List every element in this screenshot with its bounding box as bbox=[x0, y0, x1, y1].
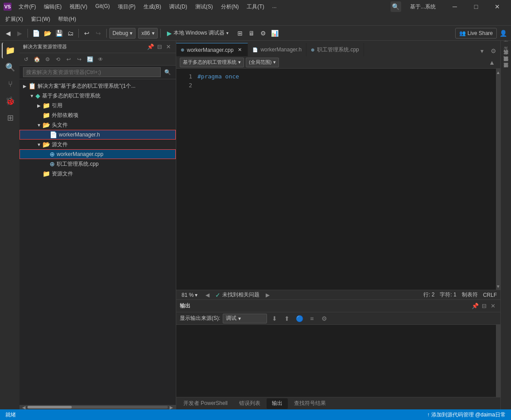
tab-output[interactable]: 输出 bbox=[267, 398, 288, 409]
back-btn[interactable]: ◀ bbox=[3, 28, 13, 39]
project-nav-dropdown[interactable]: 基于多态的职工管理系统 ▾ bbox=[180, 58, 244, 67]
live-share-button[interactable]: 👥 Live Share bbox=[455, 28, 497, 39]
forward-btn[interactable]: ▶ bbox=[14, 28, 25, 39]
tree-resource-folder[interactable]: 📁 资源文件 bbox=[19, 169, 176, 179]
undo-btn[interactable]: ↩ bbox=[81, 28, 92, 39]
menu-analyze[interactable]: 分析(N) bbox=[217, 2, 243, 12]
search-icon[interactable]: 🔍 bbox=[2, 59, 18, 75]
split-editor-btn[interactable]: ⚙ bbox=[488, 46, 499, 56]
output-btn2[interactable]: ⬆ bbox=[282, 314, 292, 323]
output-close-btn[interactable]: ✕ bbox=[489, 302, 497, 310]
close-panel-btn[interactable]: ✕ bbox=[164, 43, 172, 51]
save-btn[interactable]: 💾 bbox=[54, 28, 64, 39]
refresh-btn[interactable]: 🔄 bbox=[85, 54, 95, 64]
sidebar-live-share[interactable]: 实时共享 bbox=[502, 56, 510, 62]
menu-git[interactable]: Git(G) bbox=[92, 2, 113, 12]
tab-field[interactable]: 制表符 bbox=[462, 291, 478, 299]
status-ready[interactable]: 就绪 bbox=[4, 409, 18, 420]
menu-test[interactable]: 测试(S) bbox=[192, 2, 217, 12]
menu-view[interactable]: 视图(V) bbox=[66, 2, 91, 12]
run-button[interactable]: ▶ 本地 Windows 调试器 ▾ bbox=[163, 28, 232, 38]
toolbar-ext3[interactable]: ⚙ bbox=[258, 28, 268, 39]
menu-debug[interactable]: 调试(D) bbox=[166, 2, 191, 12]
save-all-btn[interactable]: 🗂 bbox=[65, 28, 76, 39]
tree-external-deps[interactable]: 📁 外部依赖项 bbox=[19, 110, 176, 120]
tree-file-workermanager-cpp[interactable]: ⊕ workerManager.cpp bbox=[19, 149, 176, 159]
output-btn4[interactable]: ≡ bbox=[307, 314, 317, 323]
toolbar-ext4[interactable]: 📊 bbox=[269, 28, 280, 39]
tree-file-zhigong-cpp[interactable]: ⊕ 职工管理系统.cpp bbox=[19, 159, 176, 169]
output-pin-btn[interactable]: 📌 bbox=[471, 302, 479, 310]
encoding-field[interactable]: CRLF bbox=[483, 292, 497, 298]
menu-window[interactable]: 窗口(W) bbox=[27, 15, 54, 24]
redo-explorer-btn[interactable]: ↪ bbox=[74, 54, 84, 64]
search-input[interactable] bbox=[23, 67, 161, 77]
explorer-icon[interactable]: 📁 bbox=[2, 43, 18, 58]
scroll-left[interactable]: ◀ bbox=[20, 405, 27, 409]
tab-workermanager-cpp[interactable]: ⊕ workerManager.cpp ✕ bbox=[176, 43, 248, 56]
menu-build[interactable]: 生成(B) bbox=[140, 2, 165, 12]
account-btn[interactable]: 👤 bbox=[498, 28, 508, 39]
status-source-control[interactable]: ↑ 添加到源代码管理 @daima日常 bbox=[425, 409, 507, 420]
debug-icon[interactable]: 🐞 bbox=[2, 93, 18, 109]
search-btn[interactable]: 🔍 bbox=[391, 1, 401, 12]
status-right-nav[interactable]: ▶ bbox=[263, 291, 272, 299]
extensions-icon[interactable]: ⊞ bbox=[2, 110, 18, 126]
minimize-button[interactable]: ─ bbox=[445, 0, 465, 13]
menu-help[interactable]: 帮助(H) bbox=[54, 15, 80, 24]
menu-project[interactable]: 项目(P) bbox=[114, 2, 139, 12]
tree-project[interactable]: ▼ ◆ 基于多态的职工管理系统 bbox=[19, 91, 176, 101]
menu-extensions[interactable]: 扩展(X) bbox=[2, 15, 27, 24]
toolbar-ext2[interactable]: 🖥 bbox=[246, 28, 257, 39]
new-file-btn[interactable]: 📄 bbox=[31, 28, 41, 39]
close-button[interactable]: ✕ bbox=[487, 0, 507, 13]
toolbar-ext1[interactable]: ⊞ bbox=[235, 28, 245, 39]
tab-close-btn[interactable]: ✕ bbox=[236, 47, 243, 54]
scroll-up[interactable]: ▲ bbox=[496, 69, 500, 76]
sidebar-test-explorer[interactable]: 测试资源管理器 bbox=[502, 62, 510, 68]
git-icon[interactable]: ⑂ bbox=[2, 76, 18, 92]
sidebar-git-changes[interactable]: Git 更改 bbox=[502, 43, 510, 55]
zoom-level[interactable]: 81 % ▾ bbox=[180, 292, 199, 298]
menu-more[interactable]: ... bbox=[269, 2, 280, 12]
scroll-down[interactable]: ▼ bbox=[496, 283, 500, 290]
status-left-nav[interactable]: ◀ bbox=[203, 291, 212, 299]
tree-header-folder[interactable]: ▼ 📂 头文件 bbox=[19, 120, 176, 130]
dock-btn[interactable]: ⊟ bbox=[155, 43, 163, 51]
tree-file-workermanager-h[interactable]: 📄 workerManager.h bbox=[19, 130, 176, 140]
pin-btn[interactable]: 📌 bbox=[147, 43, 155, 51]
history-btn[interactable]: ⟲ bbox=[53, 54, 63, 64]
line-field[interactable]: 行: 2 bbox=[423, 291, 434, 299]
output-btn5[interactable]: ⚙ bbox=[319, 314, 329, 323]
scope-nav-dropdown[interactable]: (全局范围) ▾ bbox=[246, 58, 279, 67]
explorer-h-scrollbar[interactable]: ◀ ▶ bbox=[19, 405, 176, 409]
home-btn[interactable]: 🏠 bbox=[32, 54, 42, 64]
tree-references[interactable]: ▶ 📁 引用 bbox=[19, 101, 176, 110]
output-scrollbar[interactable] bbox=[496, 325, 500, 397]
maximize-button[interactable]: □ bbox=[466, 0, 486, 13]
output-btn1[interactable]: ⬇ bbox=[270, 314, 279, 323]
sync-btn[interactable]: ↺ bbox=[21, 54, 31, 64]
output-dock-btn[interactable]: ⊟ bbox=[480, 302, 488, 310]
scroll-right[interactable]: ▶ bbox=[168, 405, 175, 409]
redo-btn[interactable]: ↪ bbox=[93, 28, 104, 39]
tab-powershell[interactable]: 开发者 PowerShell bbox=[178, 398, 233, 409]
menu-tools[interactable]: 工具(T) bbox=[243, 2, 267, 12]
sidebar-resource-explorer[interactable]: 资源管理器 bbox=[502, 69, 510, 74]
nav-up-btn[interactable]: ▲ bbox=[487, 58, 497, 67]
output-source-dropdown[interactable]: 调试 ▾ bbox=[223, 314, 267, 323]
tab-find-results[interactable]: 查找符号结果 bbox=[289, 398, 331, 409]
menu-edit[interactable]: 编辑(E) bbox=[40, 2, 65, 12]
menu-file[interactable]: 文件(F) bbox=[15, 2, 39, 12]
output-btn3[interactable]: 🔵 bbox=[294, 314, 304, 323]
show-all-btn[interactable]: 👁 bbox=[96, 54, 105, 64]
tab-overflow-btn[interactable]: ▾ bbox=[476, 46, 487, 56]
scrollbar-track[interactable] bbox=[27, 406, 168, 408]
tree-solution[interactable]: ▶ 📋 解决方案"基于多态的职工管理系统"(1个... bbox=[19, 81, 176, 91]
tab-error-list[interactable]: 错误列表 bbox=[234, 398, 266, 409]
code-editor[interactable]: #pragma once bbox=[194, 69, 496, 290]
tab-workermanager-h[interactable]: 📄 workerManager.h bbox=[248, 43, 306, 56]
settings-btn[interactable]: ⚙ bbox=[43, 54, 52, 64]
char-field[interactable]: 字符: 1 bbox=[440, 291, 456, 299]
search-icon-btn[interactable]: 🔍 bbox=[163, 67, 172, 77]
